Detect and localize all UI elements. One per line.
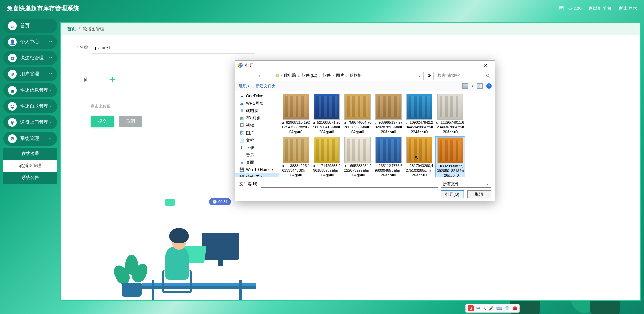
open-button[interactable]: 打开(O) (441, 190, 464, 198)
file-name: u=938965197,27920287898&fm=26&gp=0 (374, 120, 403, 134)
folder-icon: 🖥 (275, 73, 279, 78)
path-seg[interactable]: 软件 (E:) (301, 73, 318, 78)
folder-tree[interactable]: ☁OneDrive☁WPS网盘🖥此电脑▦3D 对象🎞视频🖼图片📄文档⬇下载♪音乐… (235, 91, 279, 177)
recent-dropdown-icon[interactable]: ▾ (256, 72, 263, 80)
file-thumb[interactable]: u=521605071,26586780418&fm=26&gp=0 (312, 93, 341, 135)
tree-item[interactable]: 🖼图片 (235, 129, 279, 137)
filename-input[interactable] (261, 180, 438, 188)
ime-keyboard-icon[interactable]: ⌨ (496, 306, 502, 311)
tree-item[interactable]: 💾软件 (E:) (235, 173, 279, 177)
file-thumb[interactable]: u=1129574911,6234036788&fm=26&gp=0 (435, 93, 465, 135)
back-icon[interactable]: ← (238, 72, 245, 80)
to-frontend-link[interactable]: 退出到前台 (588, 5, 612, 11)
thumbnail-image (437, 94, 463, 120)
search-input[interactable]: 搜索"储物柜" (435, 72, 492, 80)
refresh-button[interactable]: ⟳ (425, 72, 434, 80)
up-icon[interactable]: ↑ (264, 72, 272, 80)
path-seg[interactable]: 此电脑 (283, 73, 297, 78)
breadcrumb-home[interactable]: 首页 (67, 26, 76, 32)
sidebar-item-express-info[interactable]: ▣ 快递信息管理 ﹀ (3, 83, 57, 97)
path-seg[interactable]: 储物柜 (349, 73, 362, 78)
sidebar-label: 快递柜管理 (20, 55, 49, 61)
preview-pane-icon[interactable] (477, 83, 483, 89)
tree-item[interactable]: ⬇下载 (235, 144, 279, 151)
chevron-down-icon: ⌄ (486, 182, 489, 186)
view-icon[interactable] (462, 83, 468, 89)
path-seg[interactable]: 图片 (335, 73, 345, 78)
tree-item[interactable]: 🖥桌面 (235, 159, 279, 166)
file-thumb[interactable]: u=82968315,19263947988&fm=26&gp=0 (281, 93, 311, 135)
file-grid[interactable]: u=82968315,19263947988&fm=26&gp=0u=52160… (279, 91, 495, 177)
sogou-icon[interactable]: S (468, 305, 474, 311)
file-thumb[interactable]: u=1695288284,2022073922&fm=26&gp=0 (343, 136, 372, 177)
file-thumb[interactable]: u=1171429855,2961858982&fm=26&gp=0 (312, 136, 341, 177)
tree-item[interactable]: ▦3D 对象 (235, 114, 279, 122)
dialog-cancel-button[interactable]: 取消 (467, 190, 491, 198)
logout-link[interactable]: 退出登录 (618, 5, 637, 11)
user-icon: 👤 (8, 38, 17, 46)
ime-skin-icon[interactable]: 👕 (505, 306, 510, 311)
app-title: 兔喜快递超市库存管理系统 (7, 4, 79, 12)
file-thumb[interactable]: u=1138384225,1613334453&fm=26&gp=0 (281, 136, 311, 177)
dialog-titlebar[interactable]: 打开 ✕ (235, 61, 495, 70)
name-input[interactable] (91, 42, 255, 54)
subitem-carousel[interactable]: 轮播图管理 (3, 160, 57, 172)
file-filter-select[interactable]: 所有文件 ⌄ (441, 180, 491, 188)
ime-toolbar[interactable]: S 中 •, 🎤 ⌨ 👕 🧰 (465, 304, 520, 313)
ime-mic-icon[interactable]: 🎤 (489, 306, 494, 311)
gear-icon: ⚙ (8, 134, 17, 143)
file-thumb[interactable]: u=3020830877,3920501821&fm=26&gp=0 (435, 136, 465, 177)
forward-icon[interactable]: → (247, 72, 254, 80)
file-thumb[interactable]: u=2817943260,4275103288&fm=26&gp=0 (405, 136, 434, 177)
tree-item[interactable]: 🎞视频 (235, 122, 279, 129)
newfolder-button[interactable]: 新建文件夹 (256, 83, 276, 89)
thumbnail-image (406, 94, 432, 120)
upload-box[interactable]: + (91, 58, 134, 101)
sidebar-item-selfpickup[interactable]: ◒ 快递自取管理 ﹀ (3, 99, 57, 113)
admin-name[interactable]: 管理员 abo (558, 5, 582, 11)
sidebar-item-system[interactable]: ⚙ 系统管理 ﹀ (3, 132, 57, 146)
submit-button[interactable]: 提交 (91, 116, 114, 127)
ime-tool-icon[interactable]: 🧰 (512, 306, 517, 311)
sidebar-item-users[interactable]: ⊕ 用户管理 ﹀ (3, 67, 57, 81)
close-icon[interactable]: ✕ (479, 63, 492, 68)
organize-menu[interactable]: 组织 ▾ (239, 83, 249, 89)
path-seg[interactable]: 软件 (322, 73, 331, 78)
sidebar-label: 快递信息管理 (20, 87, 49, 93)
tree-item[interactable]: ☁WPS网盘 (235, 100, 279, 107)
users-icon: ⊕ (8, 70, 17, 78)
file-name: u=1171429855,2961858982&fm=26&gp=0 (313, 164, 341, 177)
ime-lang[interactable]: 中 (476, 306, 480, 311)
tree-item[interactable]: ♪音乐 (235, 151, 279, 159)
chevron-down-icon[interactable]: ⌄ (418, 73, 421, 78)
breadcrumb-sep: / (79, 26, 80, 31)
tree-label: 图片 (246, 130, 254, 136)
thumbnail-image (375, 137, 402, 163)
file-thumb[interactable]: u=1090247842,2044594988&fm=224&gp=0 (405, 93, 434, 135)
subitem-chat[interactable]: 在线沟通 (3, 148, 57, 160)
tree-item[interactable]: 🖥此电脑 (235, 107, 279, 114)
sidebar-label: 首页 (20, 23, 52, 29)
chevron-down-icon[interactable]: ▾ (472, 84, 473, 88)
tree-item[interactable]: 📄文档 (235, 137, 279, 144)
address-bar[interactable]: 🖥 › 此电脑 › 软件 (E:) › 软件 › 图片 › 储物柜 ⌄ (273, 72, 424, 80)
tree-item[interactable]: ☁OneDrive (235, 92, 279, 100)
tree-item[interactable]: 💾Win 10 Home x (235, 166, 279, 173)
desktop-icon: 🖥 (239, 160, 244, 165)
sidebar-item-profile[interactable]: 👤 个人中心 ﹀ (3, 35, 57, 49)
chevron-down-icon: ﹀ (49, 136, 52, 141)
cancel-button[interactable]: 取消 (119, 116, 142, 127)
file-thumb[interactable]: u=758674664,7078628568&fm=26&gp=0 (343, 93, 372, 135)
file-thumb[interactable]: u=2351124778,6980004858&fm=26&gp=0 (374, 136, 403, 177)
file-name: u=521605071,26586780418&fm=26&gp=0 (313, 120, 341, 134)
file-thumb[interactable]: u=938965197,27920287898&fm=26&gp=0 (374, 93, 403, 135)
pc-icon: 🖥 (239, 108, 244, 113)
sidebar-item-locker[interactable]: ▦ 快递柜管理 ﹀ (3, 51, 57, 65)
upload-hint: 点击上传值 (91, 103, 134, 109)
sidebar-item-home[interactable]: ⌂ 首页 (3, 19, 57, 33)
sidebar-item-delivery[interactable]: ◉ 送货上门管理 ﹀ (3, 115, 57, 129)
subitem-announcement[interactable]: 系统公告 (3, 172, 57, 184)
help-icon[interactable]: ? (486, 83, 492, 89)
ime-punct-icon[interactable]: •, (483, 306, 486, 311)
delivery-icon: ◉ (8, 118, 17, 127)
